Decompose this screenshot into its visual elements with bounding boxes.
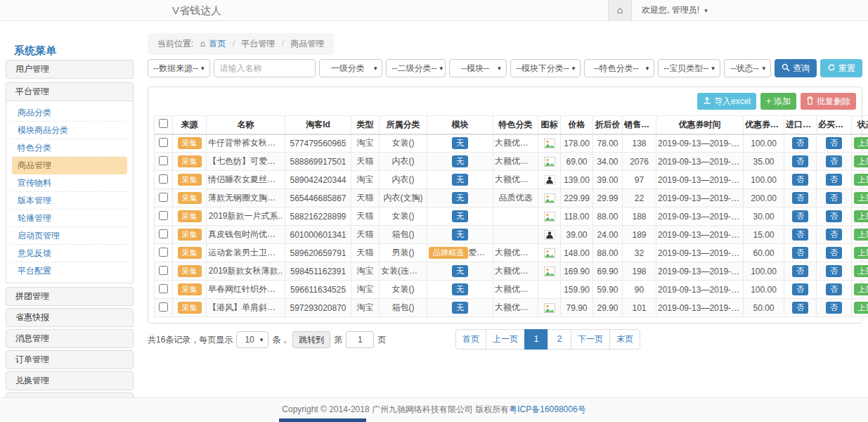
status-cell: 上架 (852, 299, 868, 317)
status-badge[interactable]: 上架 (854, 192, 868, 204)
sidebar-item-feedback[interactable]: 意见反馈 (12, 245, 127, 262)
status-badge[interactable]: 上架 (854, 155, 868, 167)
import-pref-toggle[interactable]: 否 (792, 247, 808, 259)
level2-category-select[interactable]: --二级分类--▾ (386, 59, 446, 77)
must-buy-toggle[interactable]: 否 (826, 283, 842, 295)
feature-category-select[interactable]: --特色分类--▾ (584, 59, 654, 77)
row-checkbox[interactable] (159, 211, 168, 220)
jump-to-button[interactable]: 跳转到 (292, 331, 330, 348)
status-badge[interactable]: 上架 (854, 283, 868, 295)
level1-category-select[interactable]: 一级分类▾ (319, 59, 383, 77)
must-buy-toggle[interactable]: 否 (826, 192, 842, 204)
item-type-select[interactable]: --宝贝类型--▾ (658, 59, 720, 77)
import-pref-toggle[interactable]: 否 (792, 155, 808, 167)
status-badge[interactable]: 上架 (854, 229, 868, 241)
module-subcategory-select[interactable]: --模块下分类--▾ (510, 59, 581, 77)
price-cell: 159.90 (561, 281, 593, 299)
row-checkbox[interactable] (159, 193, 168, 202)
sidebar-group-group-buy[interactable]: 拼团管理 (6, 287, 134, 306)
sidebar-item-version-management[interactable]: 版本管理 (12, 192, 127, 210)
import-pref-toggle[interactable]: 否 (792, 302, 808, 314)
sidebar-item-feature-category[interactable]: 特色分类 (12, 139, 127, 157)
import-pref-toggle[interactable]: 否 (792, 137, 808, 149)
must-buy-toggle[interactable]: 否 (826, 155, 842, 167)
import-pref-toggle[interactable]: 否 (792, 210, 808, 222)
sidebar-item-carousel-management[interactable]: 轮播管理 (12, 210, 127, 227)
import-excel-button[interactable]: 导入excel (697, 93, 756, 110)
reset-button[interactable]: 重置 (820, 59, 862, 77)
sidebar-group-exchange[interactable]: 兑换管理 (6, 371, 134, 390)
sidebar-item-splash-page-management[interactable]: 启动页管理 (12, 227, 127, 245)
row-checkbox[interactable] (159, 174, 168, 184)
row-checkbox[interactable] (159, 266, 168, 275)
search-button-label: 查询 (793, 63, 810, 75)
row-checkbox[interactable] (159, 156, 168, 165)
status-badge[interactable]: 上架 (854, 247, 868, 259)
row-checkbox[interactable] (159, 138, 168, 147)
import-pref-toggle[interactable]: 否 (792, 192, 808, 204)
module-cell: 无 (427, 207, 493, 226)
sidebar-item-goods-management[interactable]: 商品管理 (12, 157, 127, 174)
sidebar-group-users[interactable]: 用户管理 (6, 60, 134, 79)
sidebar-item-platform-config[interactable]: 平台配置 (12, 262, 127, 280)
must-buy-toggle[interactable]: 否 (826, 265, 842, 277)
status-badge[interactable]: 上架 (854, 302, 868, 314)
breadcrumb-home-link[interactable]: 首页 (209, 39, 226, 49)
must-buy-toggle[interactable]: 否 (826, 229, 842, 241)
page-prefix: 第 (334, 334, 342, 346)
select-all-checkbox[interactable] (159, 119, 168, 128)
import-pref-toggle[interactable]: 否 (792, 265, 808, 277)
name-input[interactable] (214, 59, 316, 77)
status-select[interactable]: --状态--▾ (724, 59, 771, 77)
sidebar-group-platform[interactable]: 平台管理 (6, 82, 134, 101)
status-badge[interactable]: 上架 (854, 265, 868, 277)
import-pref-toggle[interactable]: 否 (792, 174, 808, 186)
must-buy-toggle[interactable]: 否 (826, 302, 842, 314)
sidebar-group-orders[interactable]: 订单管理 (6, 350, 134, 369)
pager-next[interactable]: 下一页 (571, 329, 610, 350)
must-buy-toggle[interactable]: 否 (826, 210, 842, 222)
must-buy-cell: 否 (817, 299, 852, 317)
column-header-7: 图标 (538, 116, 561, 134)
status-badge[interactable]: 上架 (854, 210, 868, 222)
pager-first[interactable]: 首页 (455, 329, 486, 350)
sidebar-item-promo-materials[interactable]: 宣传物料 (12, 174, 127, 192)
row-checkbox[interactable] (159, 229, 168, 238)
import-pref-toggle[interactable]: 否 (792, 283, 808, 295)
must-buy-toggle[interactable]: 否 (826, 137, 842, 149)
row-checkbox[interactable] (159, 284, 168, 293)
price-cell: 148.00 (561, 244, 593, 262)
import-pref-toggle[interactable]: 否 (792, 229, 808, 241)
user-menu[interactable]: 欢迎您, 管理员! ▾ (632, 0, 868, 20)
pager-page-1[interactable]: 1 (524, 329, 548, 350)
add-button[interactable]: + 添加 (760, 93, 796, 110)
module-select[interactable]: --模块--▾ (449, 59, 506, 77)
select-all-header-cell (155, 116, 173, 134)
must-buy-toggle[interactable]: 否 (826, 174, 842, 186)
pager-last[interactable]: 末页 (609, 329, 640, 350)
coupon-amount-cell: 100.00 (744, 134, 784, 153)
pager-prev[interactable]: 上一页 (486, 329, 525, 350)
sidebar-group-saving-express-news[interactable]: 省惠快报 (6, 308, 134, 327)
batch-delete-button[interactable]: 批量删除 (801, 93, 856, 110)
sidebar-item-goods-category[interactable]: 商品分类 (12, 104, 127, 122)
status-badge[interactable]: 上架 (854, 174, 868, 186)
source-cell: 采集 (173, 299, 207, 317)
status-badge[interactable]: 上架 (854, 137, 868, 149)
row-checkbox[interactable] (159, 248, 168, 257)
icp-link[interactable]: 粤ICP备16098006号 (509, 404, 585, 414)
home-button[interactable]: ⌂ (608, 0, 632, 20)
data-source-select[interactable]: --数据来源--▾ (148, 59, 210, 77)
type-cell: 淘宝 (351, 262, 380, 281)
pager-page-2[interactable]: 2 (548, 329, 571, 350)
row-checkbox[interactable] (159, 302, 168, 312)
search-icon (782, 63, 790, 74)
sidebar-item-module-goods-category[interactable]: 模块商品分类 (12, 122, 127, 139)
feature-cell: 大额优惠券 (493, 262, 538, 281)
page-number-input[interactable] (346, 331, 374, 348)
search-button[interactable]: 查询 (775, 59, 817, 77)
module-badge: 无 (452, 174, 468, 186)
per-page-select[interactable]: 10 ▾ (236, 331, 268, 348)
must-buy-toggle[interactable]: 否 (826, 247, 842, 259)
sidebar-group-messages[interactable]: 消息管理 (6, 329, 134, 348)
